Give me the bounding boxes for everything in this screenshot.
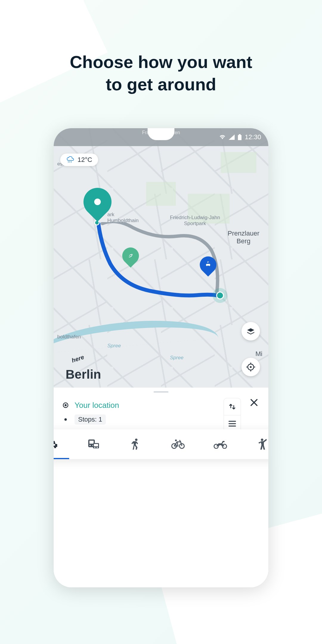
origin-label: Your location bbox=[75, 401, 119, 410]
car-parking-icon: P bbox=[205, 261, 212, 268]
svg-point-13 bbox=[65, 404, 67, 406]
tab-taxi[interactable] bbox=[242, 429, 268, 459]
route-panel: Your location Stops: 1 Mauerpark bbox=[54, 388, 268, 587]
walk-icon bbox=[131, 438, 140, 450]
map-label-humboldt: arkHumboldthain bbox=[107, 212, 139, 224]
svg-rect-0 bbox=[239, 134, 241, 135]
transport-tabs bbox=[54, 429, 268, 459]
svg-point-21 bbox=[89, 445, 91, 446]
svg-point-33 bbox=[261, 439, 263, 441]
swap-icon bbox=[228, 402, 236, 411]
tab-bike[interactable] bbox=[157, 429, 199, 459]
leaf-icon bbox=[127, 252, 134, 258]
battery-icon bbox=[238, 134, 242, 140]
swap-button[interactable] bbox=[224, 398, 241, 415]
target-icon bbox=[62, 402, 69, 408]
hail-icon bbox=[258, 438, 267, 450]
car-icon bbox=[54, 440, 58, 449]
svg-point-30 bbox=[175, 439, 177, 441]
svg-point-26 bbox=[97, 447, 98, 448]
map-label-mi: Mi bbox=[256, 350, 262, 358]
signal-icon bbox=[229, 134, 235, 140]
tab-walk[interactable] bbox=[114, 429, 157, 459]
svg-rect-1 bbox=[238, 135, 242, 140]
status-time: 12:30 bbox=[245, 133, 261, 141]
crosshair-icon bbox=[246, 363, 255, 371]
map-label-spree2: Spree bbox=[170, 355, 183, 361]
transit-icon bbox=[87, 439, 100, 450]
svg-rect-20 bbox=[89, 441, 94, 444]
map-label-prenzlauer: PrenzlauerBerg bbox=[228, 230, 259, 245]
svg-text:P: P bbox=[207, 261, 209, 264]
close-button[interactable] bbox=[248, 398, 260, 409]
bike-icon bbox=[171, 439, 185, 449]
svg-point-27 bbox=[135, 439, 137, 441]
wifi-icon bbox=[219, 134, 226, 140]
city-label: Berlin bbox=[66, 367, 101, 382]
phone-frame: Franzosenbecken 12:30 esundbrunnen arkHu… bbox=[54, 128, 268, 587]
page-headline: Choose how you wantto get around bbox=[0, 51, 322, 96]
rain-cloud-icon bbox=[66, 156, 75, 163]
tab-transit[interactable] bbox=[72, 429, 114, 459]
map-label-boldthafen: boldthafen bbox=[57, 334, 81, 340]
stops-chip: Stops: 1 bbox=[75, 414, 106, 425]
motorcycle-icon bbox=[213, 440, 227, 449]
locate-button[interactable] bbox=[242, 358, 260, 376]
weather-chip[interactable]: 12°C bbox=[60, 154, 98, 166]
destination-dot bbox=[216, 292, 224, 299]
menu-icon bbox=[228, 420, 236, 427]
map-canvas[interactable]: esundbrunnen arkHumboldthain Friedrich-L… bbox=[54, 128, 268, 388]
svg-rect-24 bbox=[94, 444, 98, 446]
svg-point-7 bbox=[250, 366, 252, 368]
tab-motorcycle[interactable] bbox=[199, 429, 242, 459]
layers-button[interactable] bbox=[242, 322, 260, 340]
map-label-spree1: Spree bbox=[107, 343, 121, 349]
svg-point-25 bbox=[94, 447, 95, 448]
layers-icon bbox=[247, 328, 255, 335]
tab-car[interactable] bbox=[54, 429, 72, 459]
weather-temp: 12°C bbox=[78, 156, 92, 164]
close-icon bbox=[250, 398, 258, 407]
